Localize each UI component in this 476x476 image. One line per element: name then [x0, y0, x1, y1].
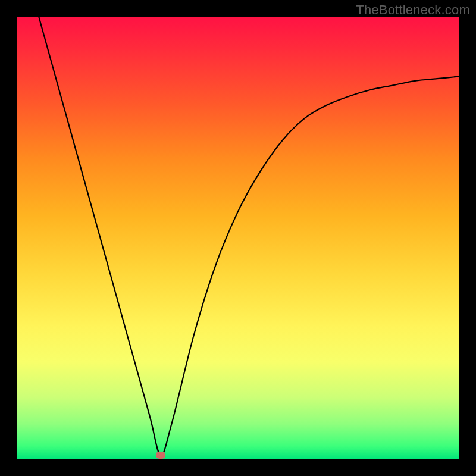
bottleneck-curve — [17, 17, 459, 459]
watermark-text: TheBottleneck.com — [356, 2, 470, 18]
optimum-marker — [156, 452, 165, 459]
chart-plot-area — [17, 17, 459, 459]
